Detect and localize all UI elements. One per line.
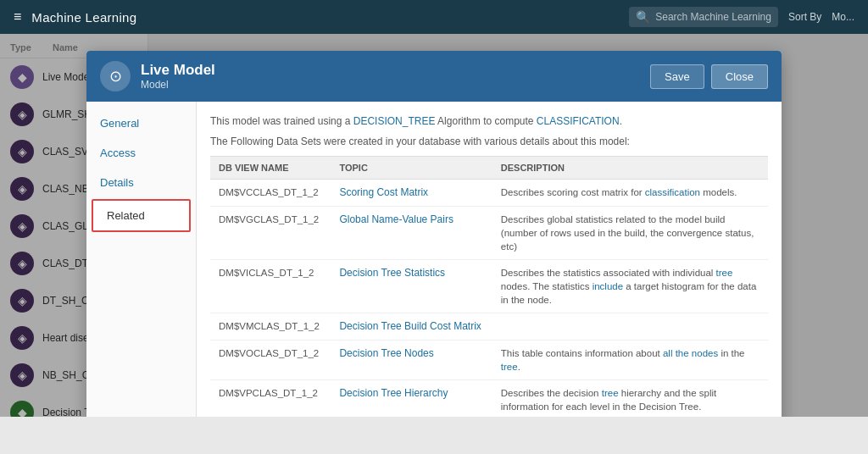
search-icon: 🔍 [636, 10, 650, 24]
table-row-0: DM$VCCLAS_DT_1_2Scoring Cost MatrixDescr… [210, 180, 768, 207]
more-button[interactable]: Mo... [832, 11, 854, 23]
table-row-2: DM$VICLAS_DT_1_2Decision Tree Statistics… [210, 260, 768, 313]
cell-description-2: Describes the statistics associated with… [492, 260, 768, 313]
col-header-view-name: DB VIEW NAME [210, 157, 331, 180]
modal-icon: ⊙ [100, 61, 131, 91]
modal-header-buttons: Save Close [650, 64, 768, 89]
modal-title-block: Live Model Model [141, 62, 640, 91]
cell-topic-0: Scoring Cost Matrix [331, 180, 492, 207]
cell-view-name-5: DM$VPCLAS_DT_1_2 [210, 380, 331, 417]
col-header-description: DESCRIPTION [492, 157, 768, 180]
modal-nav: General Access Details Related [86, 102, 197, 417]
modal-content: This model was trained using a DECISION_… [197, 102, 782, 417]
cell-description-4: This table contains information about al… [492, 340, 768, 380]
nav-item-related[interactable]: Related [92, 199, 191, 232]
modal-title: Live Model [141, 62, 640, 79]
cell-topic-2: Decision Tree Statistics [331, 260, 492, 313]
sort-by-button[interactable]: Sort By [788, 11, 821, 23]
menu-icon[interactable]: ≡ [14, 9, 21, 25]
nav-item-general[interactable]: General [86, 108, 196, 138]
modal-header: ⊙ Live Model Model Save Close [86, 51, 782, 102]
cell-description-1: Describes global statistics related to t… [492, 206, 768, 259]
modal-desc-2: The Following Data Sets were created in … [210, 134, 768, 149]
topbar: ≡ Machine Learning 🔍 Search Machine Lear… [0, 0, 868, 34]
table-row-5: DM$VPCLAS_DT_1_2Decision Tree HierarchyD… [210, 380, 768, 417]
nav-item-details[interactable]: Details [86, 168, 196, 197]
cell-view-name-0: DM$VCCLAS_DT_1_2 [210, 180, 331, 207]
modal-overlay: ⊙ Live Model Model Save Close General Ac… [0, 34, 868, 417]
nav-item-access[interactable]: Access [86, 138, 196, 168]
cell-topic-1: Global Name-Value Pairs [331, 206, 492, 259]
cell-view-name-2: DM$VICLAS_DT_1_2 [210, 260, 331, 313]
save-button[interactable]: Save [650, 64, 704, 89]
cell-description-3 [492, 313, 768, 340]
table-row-4: DM$VOCLAS_DT_1_2Decision Tree NodesThis … [210, 340, 768, 380]
main-content: Type Name ◆ Live Model ◈ GLMR_SH_REGR...… [0, 34, 868, 417]
cell-view-name-1: DM$VGCLAS_DT_1_2 [210, 206, 331, 259]
search-placeholder: Search Machine Learning [655, 11, 771, 23]
close-button[interactable]: Close [711, 64, 768, 89]
cell-view-name-3: DM$VMCLAS_DT_1_2 [210, 313, 331, 340]
topbar-right: 🔍 Search Machine Learning Sort By Mo... [629, 7, 854, 27]
col-header-topic: TOPIC [331, 157, 492, 180]
modal-desc-1: This model was trained using a DECISION_… [210, 114, 768, 129]
cell-topic-5: Decision Tree Hierarchy [331, 380, 492, 417]
algorithm-link: DECISION_TREE [353, 115, 436, 127]
modal-body: General Access Details Related This mode… [86, 102, 782, 417]
classification-link: CLASSIFICATION [537, 115, 620, 127]
app-title: Machine Learning [31, 10, 136, 25]
modal: ⊙ Live Model Model Save Close General Ac… [86, 51, 782, 417]
related-table: DB VIEW NAME TOPIC DESCRIPTION DM$VCCLAS… [210, 156, 768, 417]
cell-topic-4: Decision Tree Nodes [331, 340, 492, 380]
table-row-3: DM$VMCLAS_DT_1_2Decision Tree Build Cost… [210, 313, 768, 340]
cell-view-name-4: DM$VOCLAS_DT_1_2 [210, 340, 331, 380]
cell-description-0: Describes scoring cost matrix for classi… [492, 180, 768, 207]
table-row-1: DM$VGCLAS_DT_1_2Global Name-Value PairsD… [210, 206, 768, 259]
cell-topic-3: Decision Tree Build Cost Matrix [331, 313, 492, 340]
cell-description-5: Describes the decision tree hierarchy an… [492, 380, 768, 417]
modal-subtitle: Model [141, 79, 640, 91]
search-box[interactable]: 🔍 Search Machine Learning [629, 7, 778, 27]
